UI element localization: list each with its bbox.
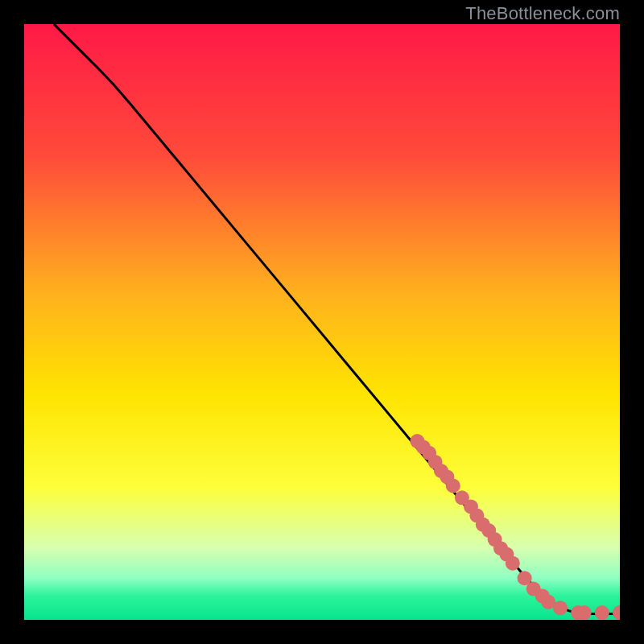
data-point-marker [446, 479, 460, 493]
attribution-text: TheBottleneck.com [465, 3, 620, 24]
gradient-background [24, 24, 620, 620]
data-point-marker [595, 605, 609, 620]
data-point-marker [506, 556, 520, 571]
data-point-marker [553, 601, 568, 615]
chart-svg [24, 24, 620, 620]
chart-frame: TheBottleneck.com [0, 0, 644, 644]
data-point-marker [577, 605, 592, 620]
plot-area [24, 24, 620, 620]
